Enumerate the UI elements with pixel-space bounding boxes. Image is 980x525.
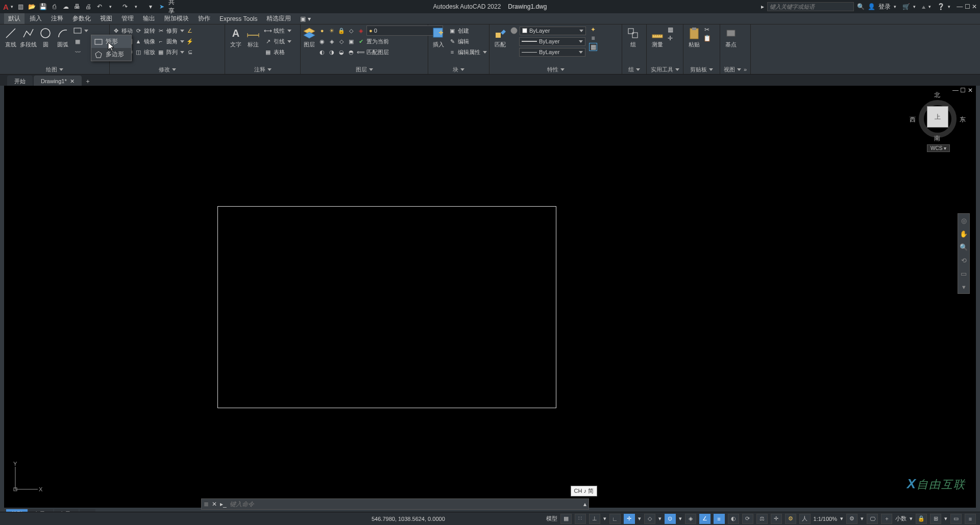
sb-infer-icon[interactable]: ⊥ bbox=[589, 514, 600, 524]
minimize-button[interactable]: — bbox=[957, 3, 963, 10]
layer-iso-icon[interactable]: ◇ bbox=[347, 27, 355, 35]
move-button[interactable]: 移动 bbox=[121, 27, 133, 35]
tab-close-icon[interactable]: ✕ bbox=[70, 78, 75, 85]
viewcube-top[interactable]: 上 bbox=[927, 106, 948, 128]
redo-drop[interactable]: ▾ bbox=[132, 2, 141, 11]
share-label[interactable]: 共享 bbox=[168, 2, 178, 11]
plot-icon[interactable]: 🖶 bbox=[72, 2, 82, 11]
panel-view-title[interactable]: 视图 » bbox=[722, 65, 748, 74]
tab-new[interactable]: ＋ bbox=[83, 77, 93, 86]
open-icon[interactable]: 📂 bbox=[28, 2, 37, 11]
panel-block-title[interactable]: 块 bbox=[430, 65, 487, 74]
fillet-button[interactable]: 圆角 bbox=[166, 38, 178, 45]
lineweight-combo[interactable]: ByLayer bbox=[519, 37, 585, 46]
scale-button[interactable]: 缩放 bbox=[144, 48, 155, 56]
sb-cycle-icon[interactable]: ⟳ bbox=[742, 514, 753, 524]
maximize-button[interactable]: ☐ bbox=[965, 3, 970, 10]
close-button[interactable]: ✕ bbox=[972, 3, 977, 10]
layer-r3-icon[interactable]: ◐ bbox=[318, 48, 326, 56]
nav-drop-icon[interactable]: ▾ bbox=[958, 280, 969, 293]
saveas-icon[interactable]: ⎙ bbox=[50, 2, 59, 11]
doc-close-button[interactable]: ✕ bbox=[968, 87, 973, 94]
undo-drop[interactable]: ▾ bbox=[106, 2, 115, 11]
sb-snap-icon[interactable]: ∷ bbox=[575, 514, 586, 524]
cart-icon[interactable]: 🛒 bbox=[902, 3, 910, 10]
web-icon[interactable]: ☁ bbox=[61, 2, 70, 11]
panel-props-title[interactable]: 特性 bbox=[492, 65, 620, 74]
nav-wheel-icon[interactable]: ◎ bbox=[958, 214, 969, 227]
share-icon[interactable]: ➤ bbox=[157, 2, 166, 11]
matchprops-button[interactable]: 匹配 bbox=[492, 26, 509, 48]
cmd-expand-icon[interactable]: ▴ bbox=[583, 501, 586, 508]
sb-clean-icon[interactable]: ▭ bbox=[950, 514, 962, 524]
search-input[interactable]: 键入关键字或短语 bbox=[767, 2, 854, 11]
rect-option[interactable]: 矩形 bbox=[91, 35, 131, 48]
sb-lock-icon[interactable]: 🔒 bbox=[916, 514, 927, 524]
sb-ortho-icon[interactable]: ∟ bbox=[609, 514, 621, 524]
cmd-history-icon[interactable]: ≣ bbox=[204, 501, 209, 508]
layer-lock-icon[interactable]: 🔒 bbox=[337, 27, 346, 35]
nav-pan-icon[interactable]: ✋ bbox=[958, 227, 969, 240]
pline-button[interactable]: 多段线 bbox=[19, 26, 37, 48]
spline-button[interactable]: 〰 bbox=[74, 47, 88, 57]
props-x3-icon[interactable]: ▦ bbox=[589, 43, 597, 51]
tab-featured[interactable]: 精选应用 bbox=[262, 13, 295, 24]
sb-trans-icon[interactable]: ◐ bbox=[728, 514, 739, 524]
layer-r3d-icon[interactable]: ◓ bbox=[347, 48, 355, 56]
tab-collab[interactable]: 协作 bbox=[194, 13, 214, 24]
setcur-button[interactable]: 置为当前 bbox=[366, 38, 389, 45]
sb-grid-icon[interactable]: ▦ bbox=[560, 514, 572, 524]
tab-insert[interactable]: 插入 bbox=[26, 13, 46, 24]
login-label[interactable]: 登录 bbox=[878, 3, 891, 11]
sb-mon-icon[interactable]: 🖵 bbox=[867, 514, 878, 524]
sb-ws-icon[interactable]: ⚙ bbox=[846, 514, 857, 524]
color-combo[interactable]: ByLayer bbox=[520, 27, 586, 35]
blk-attr-button[interactable]: ≡编辑属性 bbox=[448, 47, 487, 57]
sb-ann2-icon[interactable]: ⚙ bbox=[785, 514, 796, 524]
login-drop[interactable]: ▾ bbox=[894, 4, 896, 9]
autodesk-icon[interactable]: ⟁ bbox=[922, 3, 925, 10]
undo-icon[interactable]: ↶ bbox=[95, 2, 104, 11]
blk-create-button[interactable]: ▣创建 bbox=[448, 26, 487, 36]
nav-orbit-icon[interactable]: ⟲ bbox=[958, 254, 969, 267]
cmd-input[interactable] bbox=[230, 501, 580, 508]
drawn-rectangle[interactable] bbox=[217, 206, 556, 408]
panel-group-title[interactable]: 组 bbox=[624, 65, 644, 74]
dim-button[interactable]: 标注 bbox=[244, 26, 262, 48]
tab-view[interactable]: 视图 bbox=[96, 13, 116, 24]
rotate-button[interactable]: 旋转 bbox=[144, 27, 155, 35]
blk-edit-button[interactable]: ✎编辑 bbox=[448, 36, 487, 46]
app-logo[interactable]: A bbox=[3, 3, 9, 11]
layer-r2d-icon[interactable]: ▣ bbox=[347, 37, 355, 45]
sb-plus-icon[interactable]: ＋ bbox=[881, 514, 892, 524]
layer-dim-icon[interactable]: ◈ bbox=[357, 27, 365, 35]
sb-osnap-icon[interactable]: ⊙ bbox=[665, 514, 676, 524]
base-button[interactable]: 基点 bbox=[722, 26, 740, 48]
sb-iso-icon[interactable]: ◇ bbox=[644, 514, 655, 524]
matchlayer-button[interactable]: 匹配图层 bbox=[366, 48, 389, 56]
viewcube-w[interactable]: 西 bbox=[910, 115, 916, 124]
layer-setcur-icon[interactable]: ✔ bbox=[357, 37, 365, 45]
panel-util-title[interactable]: 实用工具 bbox=[649, 65, 681, 74]
sb-3dosnap-icon[interactable]: ◈ bbox=[685, 514, 696, 524]
search-arrow-icon[interactable]: ▸ bbox=[761, 3, 764, 10]
hatch-button[interactable]: ▦ bbox=[74, 36, 88, 46]
sb-ann-icon[interactable]: ⚖ bbox=[756, 514, 768, 524]
app-menu-drop[interactable]: ▾ bbox=[11, 4, 13, 9]
nav-zoom-icon[interactable]: 🔍 bbox=[958, 240, 969, 254]
tab-drawing1[interactable]: Drawing1*✕ bbox=[34, 76, 82, 86]
sb-scale[interactable]: 1:1/100% bbox=[814, 516, 837, 522]
help-drop[interactable]: ▾ bbox=[948, 4, 950, 9]
sb-units[interactable]: 小数 bbox=[895, 515, 906, 522]
color-swatch-icon[interactable] bbox=[510, 27, 518, 35]
cut-icon[interactable]: ✂ bbox=[703, 26, 711, 34]
tab-express[interactable]: Express Tools bbox=[215, 14, 261, 23]
trim-button[interactable]: 修剪 bbox=[166, 27, 178, 35]
group-button[interactable]: 组 bbox=[624, 26, 642, 48]
layer-bulb-icon[interactable]: ● bbox=[318, 27, 326, 35]
tab-manage[interactable]: 管理 bbox=[117, 13, 138, 24]
search-icon[interactable]: 🔍 bbox=[857, 3, 865, 10]
view-cube[interactable]: 北 南 西 东 上 WCS ▾ bbox=[910, 91, 966, 152]
tab-annotate[interactable]: 注释 bbox=[47, 13, 67, 24]
panel-annot-title[interactable]: 注释 bbox=[227, 65, 298, 74]
